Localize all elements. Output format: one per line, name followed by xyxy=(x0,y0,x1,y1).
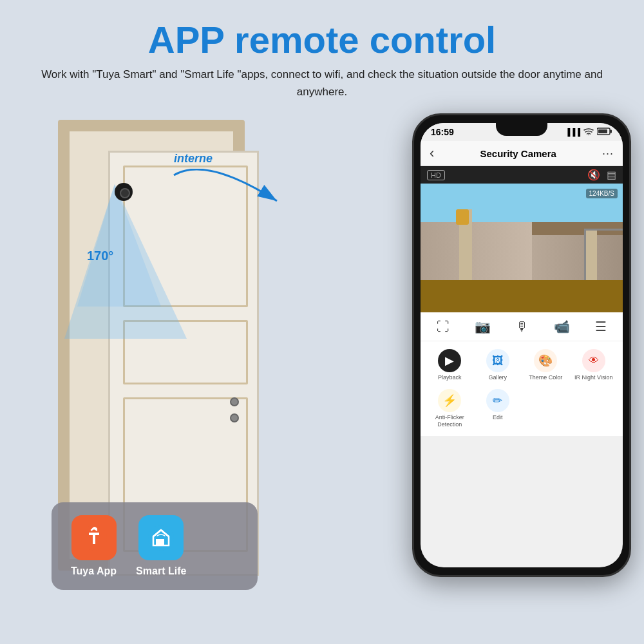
anti-flicker-icon: ⚡ xyxy=(438,389,461,412)
arrow-icon xyxy=(167,169,296,220)
phone-screen: 16:59 ▐▐▐ xyxy=(421,123,623,567)
wifi-status-icon xyxy=(583,128,594,137)
speed-label: 124KB/S xyxy=(586,189,618,198)
svg-rect-10 xyxy=(598,129,607,133)
gallery-icon: 🖼 xyxy=(486,349,509,372)
feature-edit[interactable]: ✏ Edit xyxy=(475,386,521,431)
menu-icon[interactable]: ☰ xyxy=(595,319,607,334)
back-button[interactable]: ‹ xyxy=(430,145,434,162)
night-vision-label: IR Night Vision xyxy=(574,374,612,381)
signal-icon: ▐▐▐ xyxy=(565,128,580,136)
main-area: 170° interne xyxy=(0,107,644,609)
layout-icon: ▤ xyxy=(607,169,616,181)
svg-point-7 xyxy=(588,135,589,135)
edit-label: Edit xyxy=(493,414,503,421)
header-section: APP remote control Work with "Tuya Smart… xyxy=(0,0,644,107)
svg-marker-2 xyxy=(77,184,161,307)
feature-gallery[interactable]: 🖼 Gallery xyxy=(475,346,521,384)
tuya-app-label: Tuya App xyxy=(71,565,117,577)
app-title: Security Camera xyxy=(480,148,556,159)
theme-icon: 🎨 xyxy=(534,349,557,372)
tuya-app-icon xyxy=(71,515,117,560)
svg-rect-6 xyxy=(158,539,164,545)
phone-notch xyxy=(496,123,547,136)
edit-icon: ✏ xyxy=(486,389,509,412)
feature-theme[interactable]: 🎨 Theme Color xyxy=(523,346,569,384)
playback-icon: ▶ xyxy=(438,349,461,372)
porch-lamp xyxy=(456,209,469,225)
internet-label: interne xyxy=(174,152,296,166)
more-button[interactable]: ··· xyxy=(602,147,614,160)
app-nav-bar: ‹ Security Camera ··· xyxy=(421,141,623,166)
app-icons-panel: Tuya App Smart Life xyxy=(52,502,258,590)
camera-controls-bar: ⛶ 📷 🎙 📹 ☰ xyxy=(421,312,623,341)
svg-point-5 xyxy=(148,525,174,551)
expand-icon[interactable]: ⛶ xyxy=(437,319,450,334)
porch-rail xyxy=(584,229,623,280)
camera-feed: 124KB/S xyxy=(421,184,623,312)
smartlife-app-item: Smart Life xyxy=(136,515,186,577)
gallery-label: Gallery xyxy=(488,374,507,381)
status-icons: ▐▐▐ xyxy=(565,128,612,137)
internet-arrow-area: interne xyxy=(167,152,296,223)
theme-label: Theme Color xyxy=(529,374,562,381)
feature-anti-flicker[interactable]: ⚡ Anti-Flicker Detection xyxy=(427,386,473,431)
status-time: 16:59 xyxy=(431,127,454,137)
record-icon[interactable]: 📹 xyxy=(554,319,570,334)
hd-badge: HD xyxy=(427,170,445,180)
phone-mockup: 16:59 ▐▐▐ xyxy=(412,113,631,577)
mic-icon[interactable]: 🎙 xyxy=(516,319,529,334)
playback-label: Playback xyxy=(438,374,462,381)
night-vision-icon: 👁 xyxy=(582,349,605,372)
fov-angle-label: 170° xyxy=(87,249,113,263)
smartlife-app-icon xyxy=(138,515,184,560)
mute-icon: 🔇 xyxy=(587,169,600,181)
camera-device xyxy=(115,183,133,201)
feature-grid: ▶ Playback 🖼 Gallery 🎨 Theme Color 👁 IR … xyxy=(421,341,623,435)
page-subtitle: Work with "Tuya Smart" and "Smart Life "… xyxy=(39,66,605,100)
camera-toolbar: HD 🔇 ▤ xyxy=(421,166,623,184)
tuya-app-item: Tuya App xyxy=(71,515,117,577)
porch-floor xyxy=(421,280,623,312)
porch-wall-left xyxy=(421,222,532,280)
snapshot-icon[interactable]: 📷 xyxy=(475,319,491,334)
feature-playback[interactable]: ▶ Playback xyxy=(427,346,473,384)
smartlife-app-label: Smart Life xyxy=(136,565,186,577)
page-title: APP remote control xyxy=(39,19,605,61)
svg-rect-9 xyxy=(610,130,612,133)
anti-flicker-label: Anti-Flicker Detection xyxy=(428,414,471,428)
battery-icon xyxy=(597,128,612,137)
feature-night-vision[interactable]: 👁 IR Night Vision xyxy=(571,346,617,384)
